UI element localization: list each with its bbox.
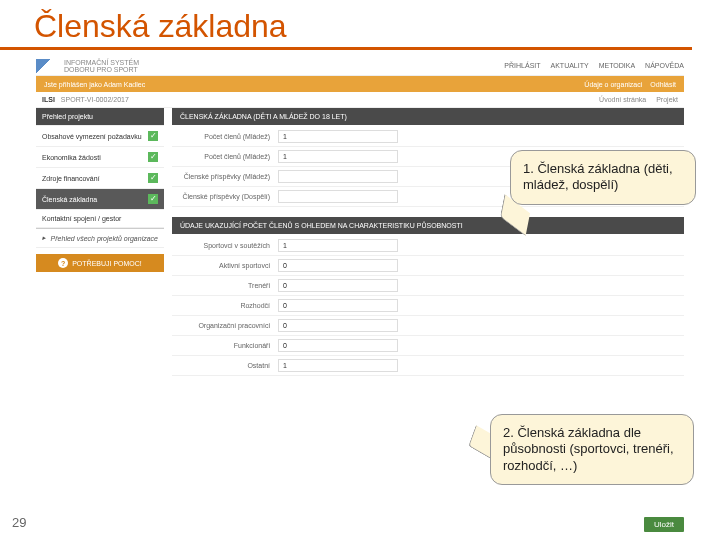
nav-login[interactable]: PŘIHLÁSIT: [504, 62, 540, 69]
brand: ILSI: [42, 96, 55, 103]
sidebar-footer[interactable]: ▸ Přehled všech projektů organizace: [36, 228, 164, 248]
nav-help[interactable]: NÁPOVĚDA: [645, 62, 684, 69]
field-input[interactable]: 1: [278, 150, 398, 163]
field-input[interactable]: [278, 170, 398, 183]
topbar: INFORMAČNÍ SYSTÉM DOBORU PRO SPORT PŘIHL…: [36, 56, 684, 76]
page-number: 29: [12, 515, 26, 530]
form-row: Trenéři0: [172, 276, 684, 296]
callout-2: 2. Členská základna dle působnosti (spor…: [490, 414, 694, 485]
user-bar: Jste přihlášen jako Adam Kadlec Údaje o …: [36, 76, 684, 92]
field-input[interactable]: 1: [278, 130, 398, 143]
field-label: Sportovci v soutěžích: [178, 242, 278, 249]
app-screenshot: INFORMAČNÍ SYSTÉM DOBORU PRO SPORT PŘIHL…: [36, 56, 684, 376]
callout-1: 1. Členská základna (děti, mládež, dospě…: [510, 150, 696, 205]
field-label: Počet členů (Mládež): [178, 133, 278, 140]
sidebar-item-funding[interactable]: Zdroje financování ✓: [36, 168, 164, 189]
main-content: ČLENSKÁ ZÁKLADNA (DĚTI A MLÁDEŽ DO 18 LE…: [164, 108, 684, 376]
nav-news[interactable]: AKTUALITY: [551, 62, 589, 69]
sidebar-item-economics[interactable]: Ekonomika žádosti ✓: [36, 147, 164, 168]
field-label: Organizační pracovníci: [178, 322, 278, 329]
nav-method[interactable]: METODIKA: [599, 62, 635, 69]
field-input[interactable]: 1: [278, 239, 398, 252]
sidebar-item-contact[interactable]: Kontaktní spojení / gestor: [36, 210, 164, 228]
check-icon: ✓: [148, 131, 158, 141]
sidebar-item-label: Ekonomika žádosti: [42, 154, 101, 161]
field-input[interactable]: 0: [278, 299, 398, 312]
field-label: Rozhodčí: [178, 302, 278, 309]
sidebar-item-members[interactable]: Členská základna ✓: [36, 189, 164, 210]
msmt-logo-icon: [36, 59, 58, 73]
question-icon: ?: [58, 258, 68, 268]
field-input[interactable]: 0: [278, 319, 398, 332]
field-label: Aktivní sportovci: [178, 262, 278, 269]
sidebar: Přehled projektu Obsahové vymezení požad…: [36, 108, 164, 376]
sidebar-item-label: Kontaktní spojení / gestor: [42, 215, 121, 222]
sidebar-item-label: Zdroje financování: [42, 175, 100, 182]
logo-text: INFORMAČNÍ SYSTÉM DOBORU PRO SPORT: [64, 59, 139, 73]
section1-header: ČLENSKÁ ZÁKLADNA (DĚTI A MLÁDEŽ DO 18 LE…: [172, 108, 684, 125]
top-nav: PŘIHLÁSIT AKTUALITY METODIKA NÁPOVĚDA: [504, 62, 684, 69]
field-label: Funkcionáři: [178, 342, 278, 349]
field-input[interactable]: 0: [278, 259, 398, 272]
field-input[interactable]: 0: [278, 279, 398, 292]
check-icon: ✓: [148, 173, 158, 183]
field-label: Ostatní: [178, 362, 278, 369]
project-code: SPORT-VI-0002/2017: [61, 96, 129, 103]
field-label: Členské příspěvky (Dospělí): [178, 193, 278, 200]
field-input[interactable]: [278, 190, 398, 203]
org-link[interactable]: Údaje o organizaci: [584, 81, 642, 88]
help-button[interactable]: ? POTŘEBUJI POMOC!: [36, 254, 164, 272]
save-button[interactable]: Uložit: [644, 517, 684, 532]
check-icon: ✓: [148, 152, 158, 162]
sidebar-item-label: Členská základna: [42, 196, 97, 203]
slide-title: Členská základna: [0, 0, 692, 50]
crumb-project[interactable]: Projekt: [656, 96, 678, 103]
form-row: Sportovci v soutěžích1: [172, 236, 684, 256]
field-label: Členské příspěvky (Mládež): [178, 173, 278, 180]
field-label: Počet členů (Mládež): [178, 153, 278, 160]
field-label: Trenéři: [178, 282, 278, 289]
form-row: Organizační pracovníci0: [172, 316, 684, 336]
logged-user: Jste přihlášen jako Adam Kadlec: [44, 81, 145, 88]
form-row: Počet členů (Mládež)1: [172, 127, 684, 147]
field-input[interactable]: 1: [278, 359, 398, 372]
crumb-home[interactable]: Úvodní stránka: [599, 96, 646, 103]
form-row: Rozhodčí0: [172, 296, 684, 316]
field-input[interactable]: 0: [278, 339, 398, 352]
breadcrumb: ILSI SPORT-VI-0002/2017 Úvodní stránka P…: [36, 92, 684, 108]
sidebar-item-label: Obsahové vymezení požadavku: [42, 133, 142, 140]
sidebar-header: Přehled projektu: [36, 108, 164, 126]
section2-header: ÚDAJE UKAZUJÍCÍ POČET ČLENŮ S OHLEDEM NA…: [172, 217, 684, 234]
form-row: Aktivní sportovci0: [172, 256, 684, 276]
check-icon: ✓: [148, 194, 158, 204]
form-row: Funkcionáři0: [172, 336, 684, 356]
logout-link[interactable]: Odhlásit: [650, 81, 676, 88]
form-row: Ostatní1: [172, 356, 684, 376]
sidebar-item-scope[interactable]: Obsahové vymezení požadavku ✓: [36, 126, 164, 147]
